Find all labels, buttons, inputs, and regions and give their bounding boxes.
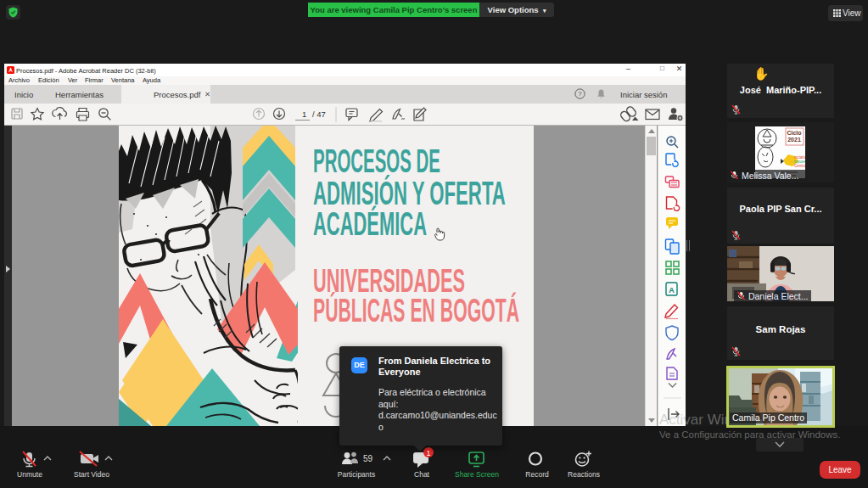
svg-text:?: ? [578, 90, 582, 98]
svg-text:Centro: Centro [794, 164, 805, 168]
svg-text:/ 47: / 47 [312, 109, 326, 119]
svg-text:PÚBLICAS EN BOGOTÁ: PÚBLICAS EN BOGOTÁ [313, 291, 519, 328]
svg-text:1: 1 [426, 449, 430, 457]
svg-text:ACADÉMICA: ACADÉMICA [313, 205, 427, 242]
svg-text:Ciclo: Ciclo [787, 130, 801, 136]
svg-text:2021: 2021 [787, 137, 801, 143]
svg-text:1: 1 [302, 109, 306, 119]
svg-text:59: 59 [363, 454, 373, 463]
svg-text:A: A [669, 286, 675, 294]
svg-text:PROCESOS DE: PROCESOS DE [313, 143, 440, 178]
